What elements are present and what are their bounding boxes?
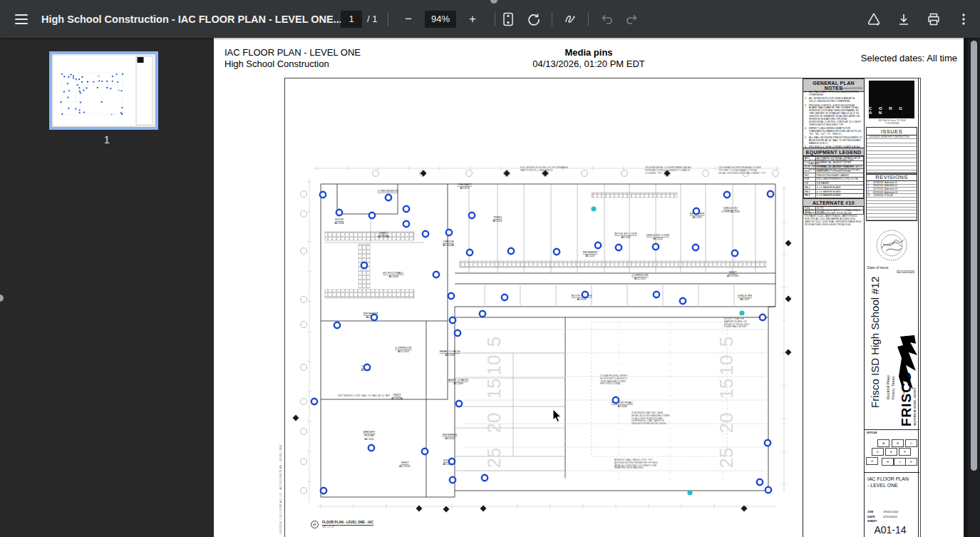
media-pin[interactable] bbox=[450, 477, 455, 483]
media-pin-teal[interactable] bbox=[739, 310, 744, 315]
media-pin[interactable] bbox=[613, 397, 619, 403]
media-pin[interactable] bbox=[371, 314, 377, 320]
media-pin[interactable] bbox=[334, 322, 340, 328]
media-pin[interactable] bbox=[760, 314, 765, 320]
project-address-2: Frisco, Texas bbox=[891, 377, 895, 399]
media-pin[interactable] bbox=[423, 231, 428, 237]
media-pin[interactable] bbox=[724, 192, 730, 198]
project-address-1: Rockhill Pkwy bbox=[886, 375, 890, 399]
media-pin[interactable] bbox=[368, 445, 374, 451]
media-pin[interactable] bbox=[616, 245, 621, 250]
sheet-date: 02/10/2020 bbox=[883, 515, 897, 518]
media-pin[interactable] bbox=[480, 311, 485, 317]
scrollbar-thumb[interactable] bbox=[971, 41, 977, 471]
panel-handle[interactable] bbox=[0, 295, 4, 302]
svg-text:25: 25 bbox=[483, 448, 505, 469]
rotate-icon[interactable] bbox=[526, 11, 542, 27]
room-label: GIRLS SVLCKR AC126 bbox=[721, 206, 740, 213]
annotate-pen-icon[interactable] bbox=[562, 11, 578, 27]
keyplan-cell: K bbox=[905, 458, 917, 466]
media-pin[interactable] bbox=[449, 459, 455, 464]
media-pin[interactable] bbox=[433, 272, 439, 277]
vertical-scrollbar[interactable] bbox=[968, 38, 980, 537]
media-pin-teal[interactable] bbox=[687, 490, 692, 495]
yard-line-numbers: 551010151520202525 bbox=[483, 337, 737, 469]
media-pin[interactable] bbox=[364, 364, 370, 370]
media-pin[interactable] bbox=[693, 208, 699, 214]
media-pin[interactable] bbox=[582, 292, 588, 297]
download-icon[interactable] bbox=[896, 11, 912, 27]
media-pin[interactable] bbox=[654, 292, 659, 297]
media-pin[interactable] bbox=[403, 221, 409, 227]
media-pin[interactable] bbox=[554, 249, 559, 255]
media-pin[interactable] bbox=[768, 191, 773, 197]
media-pin[interactable] bbox=[482, 475, 488, 481]
media-pin[interactable] bbox=[502, 295, 507, 300]
svg-text:MOUNT TV ABOVEMARKER BOARD ONM: MOUNT TV ABOVEMARKER BOARD ONMOUNT-IT! M… bbox=[724, 317, 750, 328]
media-pin-teal[interactable] bbox=[591, 206, 596, 211]
page-thumbnail[interactable] bbox=[49, 51, 158, 130]
pdf-viewer-toolbar: High School Construction - IAC FLOOR PLA… bbox=[0, 0, 980, 38]
svg-text:10: 10 bbox=[716, 355, 737, 376]
media-pin[interactable] bbox=[448, 293, 454, 299]
media-pin[interactable] bbox=[320, 192, 326, 198]
room-labels: CONCESSIONTHERAPYAC115STORAC108VESTAC104… bbox=[334, 183, 752, 468]
room-label: BOYS SV LCKRAC123 bbox=[614, 232, 637, 239]
media-pin[interactable] bbox=[403, 206, 409, 212]
media-pin[interactable] bbox=[693, 245, 698, 250]
room-label: WEIGHTROOMAC101 bbox=[363, 430, 376, 441]
media-pin[interactable] bbox=[336, 210, 342, 215]
media-pin[interactable] bbox=[469, 213, 475, 218]
keyplan-cell: J bbox=[894, 458, 906, 466]
keyplan: KEYPLAN ABCDEFGHJK bbox=[865, 429, 919, 472]
add-alert-icon[interactable] bbox=[866, 11, 882, 27]
plot-stamp: 12/8/2020 1:22:19 PM A01-14 - IAC FLOOR … bbox=[279, 444, 282, 535]
zoom-out-button[interactable]: − bbox=[399, 10, 418, 29]
media-pin[interactable] bbox=[757, 479, 763, 485]
media-pin[interactable] bbox=[732, 250, 738, 256]
alternate-text: DELETE FLOOR ACCESS HATCH TO CRAWLSPACE … bbox=[803, 208, 864, 227]
room-label: GIRLS RRAC127 bbox=[738, 294, 752, 301]
media-pin[interactable] bbox=[446, 230, 452, 235]
corgan-address: 4847 Hall St. Frisco, TX 75034 T: 214.74… bbox=[865, 120, 919, 125]
plan-footer-title: FLOOR PLAN - LEVEL ONE - IAC bbox=[322, 521, 373, 526]
page-count: / 1 bbox=[367, 14, 377, 24]
job-number: 19032.0000 bbox=[883, 510, 898, 513]
media-pin[interactable] bbox=[455, 330, 460, 336]
corgan-logo: C O R G A N bbox=[869, 81, 914, 118]
document-canvas[interactable]: IAC FLOOR PLAN - LEVEL ONE High School C… bbox=[214, 38, 964, 537]
media-pin[interactable] bbox=[680, 298, 686, 304]
plan-footer-scale: 1/8" = 1'-0" bbox=[322, 526, 373, 528]
more-options-icon[interactable] bbox=[956, 11, 971, 27]
zoom-in-button[interactable]: + bbox=[463, 10, 482, 29]
room-label: STORAC108 bbox=[334, 218, 344, 225]
svg-text:ATHLETIC WALL PADS 6'-0"HT, TY: ATHLETIC WALL PADS 6'-0"HT, TYP.AROUND E… bbox=[614, 459, 659, 469]
plan-note-item: 4.REFER TO A50 SERIES SHEETS FOR STANDAR… bbox=[805, 128, 862, 136]
fit-to-page-icon[interactable] bbox=[500, 11, 516, 27]
media-pin[interactable] bbox=[653, 244, 659, 250]
media-pin[interactable] bbox=[456, 401, 462, 406]
zoom-level[interactable]: 94% bbox=[425, 11, 456, 28]
page-number-input[interactable] bbox=[341, 11, 362, 28]
room-label: CORRIDORACC102 bbox=[395, 346, 411, 353]
media-pin[interactable] bbox=[361, 262, 367, 268]
room-label: OFFICEAC114A bbox=[443, 240, 454, 247]
keyplan-cell: C bbox=[905, 439, 917, 447]
media-pin[interactable] bbox=[422, 449, 428, 454]
room-label: CORRIDORACC101 bbox=[631, 273, 648, 280]
media-pin[interactable] bbox=[467, 250, 473, 255]
drawing-sheet: 551010151520202525FULL WIDTH OF ROOM x 1… bbox=[285, 78, 920, 537]
media-pin[interactable] bbox=[508, 248, 514, 254]
media-pin[interactable] bbox=[595, 242, 601, 248]
media-pin[interactable] bbox=[765, 487, 771, 493]
media-pin[interactable] bbox=[386, 195, 391, 200]
menu-icon[interactable] bbox=[11, 0, 31, 38]
media-pin[interactable] bbox=[311, 399, 317, 404]
print-icon[interactable] bbox=[926, 11, 942, 27]
issues-header: ISSUES bbox=[867, 128, 917, 135]
media-pin[interactable] bbox=[369, 213, 375, 218]
media-pin[interactable] bbox=[450, 317, 455, 323]
media-pin[interactable] bbox=[765, 440, 770, 446]
media-pin[interactable] bbox=[321, 488, 326, 493]
room-label: VESTACV103 bbox=[727, 270, 739, 277]
